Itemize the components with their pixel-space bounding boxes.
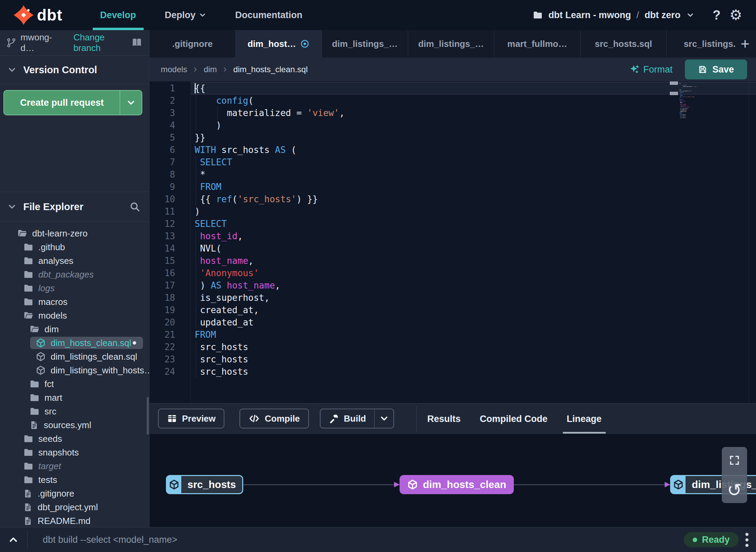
tree-item--github[interactable]: .github — [0, 240, 149, 254]
panel-tab-results[interactable]: Results — [427, 403, 461, 434]
tree-item-label: macros — [38, 297, 67, 307]
tree-item--gitignore[interactable]: .gitignore — [0, 487, 149, 500]
line-content: ) — [191, 119, 756, 131]
minimap[interactable]: {{ config( materialized = 'view', )}}WIT… — [679, 83, 756, 118]
tree-item-dim[interactable]: dim — [0, 322, 149, 336]
code-line-24[interactable]: 24 src_hosts — [149, 365, 756, 378]
code-line-10[interactable]: 10 {{ ref('src_hosts') }} — [149, 193, 756, 205]
format-button[interactable]: Format — [629, 64, 673, 75]
compile-button[interactable]: Compile — [239, 409, 309, 428]
branch-row: mwong-d… Change branch — [0, 30, 149, 55]
code-line-9[interactable]: 9 FROM — [149, 181, 756, 193]
tree-item-analyses[interactable]: analyses — [0, 254, 149, 268]
code-line-17[interactable]: 17 ) AS host_name, — [149, 279, 756, 292]
tab-dim-host-[interactable]: dim_host… — [236, 30, 322, 57]
tree-item-mart[interactable]: mart — [0, 391, 149, 405]
code-line-20[interactable]: 20 updated_at — [149, 316, 756, 329]
build-dropdown-toggle[interactable] — [374, 409, 393, 428]
save-button[interactable]: Save — [685, 60, 747, 79]
refresh-icon[interactable]: ↺ — [727, 480, 742, 500]
tree-item-target[interactable]: target — [0, 459, 149, 473]
project-selector[interactable]: dbt Learn - mwong / dbt zero — [533, 10, 695, 21]
code-line-15[interactable]: 15 host_name, — [149, 255, 756, 267]
tree-item-src[interactable]: src — [0, 405, 149, 418]
code-editor[interactable]: 1{{2 config(3 materialized = 'view',4 )5… — [149, 81, 756, 403]
tab--gitignore[interactable]: .gitignore — [149, 30, 236, 57]
search-icon[interactable] — [129, 201, 140, 212]
line-number: 21 — [149, 329, 191, 341]
tree-item-fct[interactable]: fct — [0, 377, 149, 391]
tree-item-tests[interactable]: tests — [0, 473, 149, 487]
code-line-6[interactable]: 6WITH src_hosts AS ( — [149, 144, 756, 156]
fullscreen-icon[interactable] — [729, 454, 740, 466]
tree-item-seeds[interactable]: seeds — [0, 432, 149, 446]
expand-panel-icon[interactable] — [8, 534, 19, 545]
dbt-logo[interactable]: dbt — [14, 5, 63, 25]
tree-item-dbt-packages[interactable]: dbt_packages — [0, 268, 149, 281]
code-line-5[interactable]: 5}} — [149, 131, 756, 144]
sidebar-scrollbar[interactable] — [147, 397, 149, 435]
lineage-node-label: dim_hosts_clean — [423, 479, 506, 490]
tree-item-dim-hosts-clean-sql[interactable]: dim_hosts_clean.sql — [0, 336, 149, 350]
breadcrumb-item[interactable]: dim_hosts_clean.sql — [233, 65, 308, 74]
change-branch-link[interactable]: Change branch — [74, 32, 131, 53]
tree-item-dim-listings-with-hosts-[interactable]: dim_listings_with_hosts… — [0, 363, 149, 377]
build-button[interactable]: Build — [320, 409, 394, 428]
file-explorer-header[interactable]: File Explorer — [0, 192, 149, 221]
tab-mart-fullmo-[interactable]: mart_fullmo… — [494, 30, 581, 57]
version-control-header[interactable]: Version Control — [0, 56, 149, 84]
lineage-node-dim-hosts-clean[interactable]: dim_hosts_clean — [400, 475, 513, 494]
tree-item-macros[interactable]: macros — [0, 295, 149, 309]
command-input[interactable]: dbt build --select <model_name> — [43, 535, 177, 545]
tab-dim-listings-[interactable]: dim_listings_… — [322, 30, 408, 57]
tree-item-sources-yml[interactable]: sources.yml — [0, 418, 149, 432]
create-pull-request-button[interactable]: Create pull request — [3, 90, 142, 115]
grid-icon — [167, 413, 177, 424]
preview-button[interactable]: Preview — [158, 409, 224, 428]
docs-book-icon[interactable] — [131, 37, 142, 48]
lineage-node-src-hosts[interactable]: src_hosts — [166, 475, 243, 494]
code-line-23[interactable]: 23 src_hosts — [149, 353, 756, 365]
code-line-13[interactable]: 13 host_id, — [149, 230, 756, 242]
breadcrumb-item[interactable]: models — [161, 65, 187, 74]
code-line-8[interactable]: 8 * — [149, 168, 756, 181]
code-line-14[interactable]: 14 NVL( — [149, 242, 756, 255]
code-line-4[interactable]: 4 ) — [149, 119, 756, 131]
panel-tab-compiled-code[interactable]: Compiled Code — [480, 403, 548, 434]
tree-item-dbt-project-yml[interactable]: dbt_project.yml — [0, 500, 149, 514]
lineage-panel: src_hostsdim_hosts_cleandim_listings_wit… — [149, 434, 756, 527]
tab-src-hosts-sql[interactable]: src_hosts.sql — [581, 30, 667, 57]
code-line-18[interactable]: 18 is_superhost, — [149, 292, 756, 304]
tab-dim-listings-[interactable]: dim_listings_… — [408, 30, 494, 57]
nav-documentation[interactable]: Documentation — [235, 0, 303, 30]
tree-item-logs[interactable]: logs — [0, 281, 149, 295]
tree-item-snapshots[interactable]: snapshots — [0, 446, 149, 459]
code-line-16[interactable]: 16 'Anonymous' — [149, 267, 756, 279]
add-tab-button[interactable]: + — [737, 30, 753, 57]
code-line-11[interactable]: 11) — [149, 205, 756, 218]
code-line-12[interactable]: 12SELECT — [149, 218, 756, 230]
nav-deploy[interactable]: Deploy — [165, 0, 207, 30]
kebab-menu-icon[interactable] — [745, 533, 748, 547]
gear-icon[interactable]: ⚙ — [729, 8, 742, 22]
breadcrumb-item[interactable]: dim — [204, 65, 217, 74]
code-line-2[interactable]: 2 config( — [149, 94, 756, 107]
code-line-1[interactable]: 1{{ — [149, 82, 756, 94]
nav-develop[interactable]: Develop — [100, 0, 136, 30]
panel-tab-lineage[interactable]: Lineage — [567, 403, 602, 434]
tree-item-dbt-learn-zero[interactable]: dbt-learn-zero — [0, 227, 149, 240]
code-line-7[interactable]: 7 SELECT — [149, 156, 756, 168]
editor-scrollbar-track[interactable] — [749, 81, 749, 403]
tree-item-models[interactable]: models — [0, 309, 149, 322]
code-line-22[interactable]: 22 src_hosts — [149, 341, 756, 353]
code-line-19[interactable]: 19 created_at, — [149, 304, 756, 316]
pr-dropdown-toggle[interactable] — [120, 91, 142, 115]
help-icon[interactable]: ? — [713, 8, 720, 23]
code-line-3[interactable]: 3 materialized = 'view', — [149, 107, 756, 119]
line-number: 6 — [149, 144, 191, 156]
tree-item-dim-listings-clean-sql[interactable]: dim_listings_clean.sql — [0, 350, 149, 363]
code-line-21[interactable]: 21FROM — [149, 329, 756, 341]
line-content: src_hosts — [191, 365, 756, 378]
line-number: 14 — [149, 242, 191, 255]
tree-item-readme-md[interactable]: README.md — [0, 514, 149, 528]
